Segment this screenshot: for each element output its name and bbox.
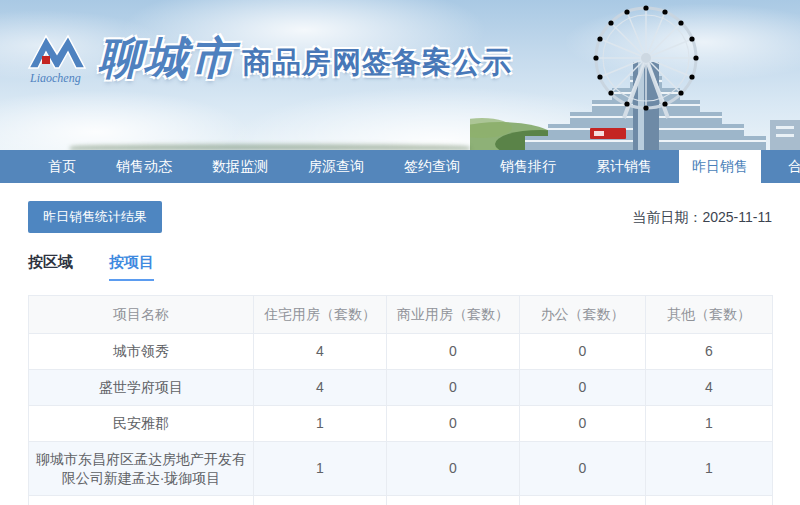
- site-title-city: 聊城市: [98, 29, 236, 88]
- value-cell: 0: [387, 369, 520, 405]
- nav-item-销售动态[interactable]: 销售动态: [103, 150, 185, 183]
- page: Liaocheng 聊城市 商品房网签备案公示 首页销售动态数据监测房源查询签约…: [0, 0, 800, 505]
- logo-red-square: [42, 56, 50, 64]
- value-cell: 0: [520, 496, 646, 505]
- sales-table-body: 城市领秀4006盛世学府项目4004民安雅郡1001聊城市东昌府区孟达房地产开发…: [29, 334, 773, 505]
- nav-item-数据监测[interactable]: 数据监测: [199, 150, 281, 183]
- table-row: 盛世学府项目4004: [29, 369, 773, 405]
- value-cell: 0: [520, 334, 646, 370]
- nav-item-房源查询[interactable]: 房源查询: [295, 150, 377, 183]
- project-name-cell: 合计: [29, 496, 254, 505]
- value-cell: 10: [254, 496, 387, 505]
- value-cell: 6: [646, 334, 773, 370]
- table-row: 城市领秀4006: [29, 334, 773, 370]
- project-name-cell: 聊城市东昌府区孟达房地产开发有限公司新建孟达·珑御项目: [29, 441, 254, 496]
- distant-treeline: [70, 144, 470, 150]
- header-row: 项目名称住宅用房（套数）商业用房（套数）办公（套数）其他（套数）: [29, 296, 773, 334]
- nav-item-签约查询[interactable]: 签约查询: [391, 150, 473, 183]
- tab-by-project[interactable]: 按项目: [109, 253, 154, 281]
- value-cell: 4: [646, 369, 773, 405]
- value-cell: 0: [520, 405, 646, 441]
- value-cell: 1: [254, 405, 387, 441]
- value-cell: 0: [387, 496, 520, 505]
- tab-by-region[interactable]: 按区域: [28, 253, 73, 281]
- current-date-label: 当前日期：: [632, 209, 702, 225]
- liaocheng-logo: Liaocheng: [26, 26, 88, 90]
- nav-item-合同注销[interactable]: 合同注销: [775, 150, 800, 183]
- value-cell: 0: [520, 441, 646, 496]
- value-cell: 0: [387, 334, 520, 370]
- value-cell: 0: [387, 441, 520, 496]
- ferris-wheel: [593, 5, 698, 110]
- value-cell: 4: [254, 369, 387, 405]
- value-cell: 1: [646, 441, 773, 496]
- main-nav: 首页销售动态数据监测房源查询签约查询销售排行累计销售昨日销售合同注销: [0, 150, 800, 183]
- column-header: 办公（套数）: [520, 296, 646, 334]
- site-header: Liaocheng 聊城市 商品房网签备案公示: [0, 0, 800, 150]
- value-cell: 1: [646, 405, 773, 441]
- table-row: 聊城市东昌府区孟达房地产开发有限公司新建孟达·珑御项目1001: [29, 441, 773, 496]
- value-cell: 0: [387, 405, 520, 441]
- sales-table-head: 项目名称住宅用房（套数）商业用房（套数）办公（套数）其他（套数）: [29, 296, 773, 334]
- current-date: 当前日期：2025-11-11: [632, 209, 772, 227]
- nav-item-昨日销售[interactable]: 昨日销售: [679, 150, 761, 183]
- main-content: 昨日销售统计结果 当前日期：2025-11-11 按区域 按项目 项目名称住宅用…: [0, 183, 800, 505]
- nav-item-销售排行[interactable]: 销售排行: [487, 150, 569, 183]
- sales-table: 项目名称住宅用房（套数）商业用房（套数）办公（套数）其他（套数） 城市领秀400…: [28, 295, 773, 505]
- stats-button[interactable]: 昨日销售统计结果: [28, 201, 162, 233]
- toolbar: 昨日销售统计结果 当前日期：2025-11-11: [28, 201, 772, 233]
- nav-item-首页[interactable]: 首页: [35, 150, 89, 183]
- cityscape-illustration: [470, 0, 800, 150]
- total-row: 合计100012: [29, 496, 773, 505]
- value-cell: 0: [520, 369, 646, 405]
- nav-item-累计销售[interactable]: 累计销售: [583, 150, 665, 183]
- value-cell: 1: [254, 441, 387, 496]
- project-name-cell: 城市领秀: [29, 334, 254, 370]
- table-row: 民安雅郡1001: [29, 405, 773, 441]
- column-header: 商业用房（套数）: [387, 296, 520, 334]
- value-cell: 4: [254, 334, 387, 370]
- view-tabs: 按区域 按项目: [28, 253, 772, 281]
- value-cell: 12: [646, 496, 773, 505]
- project-name-cell: 民安雅郡: [29, 405, 254, 441]
- logo-script: Liaocheng: [29, 71, 81, 85]
- column-header: 住宅用房（套数）: [254, 296, 387, 334]
- column-header: 其他（套数）: [646, 296, 773, 334]
- column-header: 项目名称: [29, 296, 254, 334]
- current-date-value: 2025-11-11: [702, 209, 772, 225]
- site-title: 商品房网签备案公示: [242, 43, 512, 83]
- project-name-cell: 盛世学府项目: [29, 369, 254, 405]
- brand: Liaocheng 聊城市 商品房网签备案公示: [26, 26, 512, 90]
